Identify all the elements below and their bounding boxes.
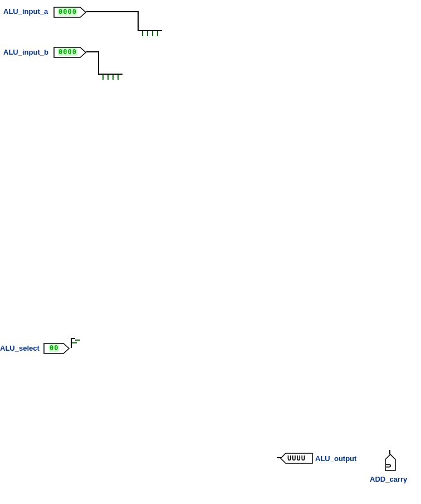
splitter-tick [102,75,104,80]
add-carry-label: ADD_carry [370,475,407,483]
wire [98,74,123,75]
wire [138,30,162,31]
alu-input-a-label: ALU_input_a [3,7,48,16]
wire [98,51,99,75]
splitter-tick [107,75,109,80]
alu-select-value: 00 [49,344,59,352]
wire [71,338,75,339]
alu-select-label: ALU_select [0,344,40,352]
alu-output-value: UUUU [287,454,306,462]
alu-input-b-value: 0000 [58,48,77,56]
wire [86,51,99,52]
splitter-tick [157,31,158,36]
splitter-tick [152,31,153,36]
alu-input-a-value: 0000 [58,8,77,16]
splitter-tick [72,342,77,343]
alu-output-label: ALU_output [315,454,356,463]
splitter-tick [147,31,148,36]
splitter-tick [75,340,80,341]
wire [277,457,281,458]
splitter-tick [142,31,143,36]
svg-marker-4 [385,454,395,471]
add-carry-value: U [385,463,393,468]
wire [86,11,139,12]
wire [389,450,390,454]
splitter-tick [112,75,114,80]
canvas-grid [0,0,421,504]
alu-input-b-label: ALU_input_b [3,48,48,56]
splitter-tick [118,75,119,80]
wire [138,11,139,31]
